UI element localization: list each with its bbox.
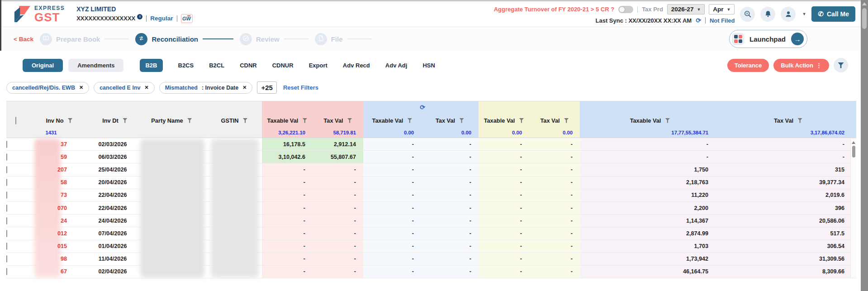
- refresh-icon[interactable]: ⟳: [420, 104, 425, 111]
- month-select[interactable]: Apr▼: [709, 4, 735, 14]
- tab-hsn[interactable]: HSN: [422, 62, 435, 69]
- tab-b2b[interactable]: B2B: [140, 59, 162, 72]
- filter-chip[interactable]: Mismatched : Invoice Date✕: [159, 82, 253, 94]
- column-label: Taxable Val: [630, 117, 661, 124]
- gstin-search-button[interactable]: [740, 7, 755, 22]
- column-filter-icon[interactable]: [68, 118, 73, 123]
- step-label: Review: [256, 35, 280, 43]
- summary-total-books: 3,26,221.10: [262, 128, 313, 138]
- divider: [705, 17, 706, 24]
- tab-cdnur[interactable]: CDNUR: [272, 62, 294, 69]
- table-row: 5906/03/20263,10,042.655,807.67------: [6, 151, 856, 163]
- user-menu-button[interactable]: [781, 7, 796, 22]
- tab-cdnr[interactable]: CDNR: [240, 62, 257, 69]
- column-filter-icon[interactable]: [302, 118, 307, 123]
- turnover-toggle[interactable]: [618, 6, 633, 13]
- prepare-book-icon: [42, 34, 50, 44]
- column-filter-icon[interactable]: [187, 118, 192, 123]
- column-filter-icon[interactable]: [243, 118, 248, 123]
- table-row: 07022/04/2026------2,200396: [6, 201, 856, 214]
- call-me-button[interactable]: ✆ Call Me: [811, 6, 855, 22]
- financial-year-select[interactable]: 2026-27▼: [667, 4, 705, 14]
- step-reconciliation[interactable]: Reconciliation: [135, 33, 240, 45]
- cell-gst-portal: 1,703: [580, 240, 720, 253]
- more-filters-count[interactable]: +25: [257, 81, 276, 94]
- row-checkbox[interactable]: [6, 141, 7, 148]
- filter-chip[interactable]: cancelled/Rej/Dis. EWB✕: [6, 82, 89, 94]
- column-filter-icon[interactable]: [564, 118, 569, 123]
- row-checkbox[interactable]: [6, 166, 7, 173]
- tab-b2cl[interactable]: B2CL: [209, 62, 224, 69]
- step-prepare-book[interactable]: Prepare Book: [40, 33, 136, 45]
- cell-einvoice: -: [529, 176, 580, 189]
- row-checkbox[interactable]: [6, 153, 7, 161]
- table-group-header-row: ⟳: [6, 101, 856, 114]
- column-filter-icon[interactable]: [407, 118, 412, 123]
- cell-books: -: [262, 253, 313, 265]
- tolerance-button[interactable]: Tolerance: [727, 59, 769, 72]
- row-checkbox[interactable]: [6, 205, 7, 212]
- column-header-ewb-taxable-val: Taxable Val: [363, 114, 421, 128]
- cell-gst-portal: -: [580, 151, 720, 163]
- row-checkbox[interactable]: [6, 268, 7, 275]
- column-filter-icon[interactable]: [519, 118, 524, 123]
- back-link[interactable]: < Back: [14, 36, 33, 43]
- info-icon[interactable]: i: [137, 14, 142, 19]
- reset-filters-link[interactable]: Reset Filters: [283, 84, 318, 91]
- row-checkbox[interactable]: [6, 230, 7, 237]
- column-filter-icon[interactable]: [347, 118, 352, 123]
- column-filter-icon[interactable]: [797, 118, 802, 123]
- cell-inv-dt: 07/04/2026: [93, 227, 137, 240]
- row-checkbox[interactable]: [6, 191, 7, 199]
- scroll-up-arrow-icon[interactable]: [862, 2, 867, 5]
- page-scrollbar[interactable]: [861, 0, 868, 291]
- step-file[interactable]: File: [315, 33, 378, 45]
- notifications-button[interactable]: [760, 7, 775, 22]
- table-scrollbar-thumb[interactable]: [852, 146, 855, 157]
- close-icon[interactable]: ✕: [79, 85, 83, 91]
- cell-ewb: -: [363, 201, 421, 214]
- inv-no-suffix: 012: [39, 230, 67, 237]
- filter-chip[interactable]: cancelled E Inv✕: [94, 82, 155, 94]
- tab-original[interactable]: Original: [23, 59, 63, 72]
- column-filter-icon[interactable]: [665, 118, 670, 123]
- summary-spacer: [6, 128, 25, 138]
- table-scrollbar[interactable]: [850, 139, 856, 278]
- tab-adv-recd[interactable]: Adv Recd: [343, 62, 370, 69]
- refresh-icon[interactable]: ⟳: [696, 17, 701, 24]
- company-block: XYZ LIMITED XXXXXXXXXXXXXXX i Regular GW: [76, 5, 192, 23]
- tab-b2cs[interactable]: B2CS: [178, 62, 194, 69]
- table-row: 7322/04/2026------11,2202,019.6: [6, 189, 856, 201]
- tab-amendments[interactable]: Amendments: [68, 59, 123, 72]
- cell-books: -: [313, 163, 363, 176]
- tab-export[interactable]: Export: [309, 62, 327, 69]
- cell-gst-portal: 11,220: [580, 189, 720, 201]
- column-filter-icon[interactable]: [123, 118, 128, 123]
- aggregate-turnover-label: Aggregate Turnover of FY 2020-21 > 5 CR …: [494, 6, 614, 13]
- bulk-action-button[interactable]: Bulk Action⋮: [773, 59, 829, 72]
- column-filter-icon[interactable]: [459, 118, 464, 123]
- row-checkbox[interactable]: [6, 179, 7, 186]
- row-checkbox[interactable]: [6, 243, 7, 250]
- cell-inv-dt: 20/04/2026: [93, 176, 137, 189]
- close-icon[interactable]: ✕: [144, 85, 148, 91]
- cell-books: -: [262, 215, 313, 227]
- select-all-checkbox[interactable]: [15, 117, 16, 124]
- step-review[interactable]: Review: [240, 33, 315, 45]
- summary-spacer: [93, 128, 137, 138]
- column-label: Inv Dt: [102, 117, 119, 124]
- gstn-gw-logo: GW: [181, 14, 193, 23]
- filter-button[interactable]: [834, 58, 848, 72]
- row-checkbox[interactable]: [6, 255, 7, 262]
- chevron-down-icon: ▼: [697, 7, 701, 12]
- page-scrollbar-thumb[interactable]: [862, 8, 867, 29]
- tab-adv-adj[interactable]: Adv Adj: [385, 62, 408, 69]
- launchpad-button[interactable]: Launchpad →: [729, 30, 807, 48]
- express-gst-logo[interactable]: EXPRESS GST: [14, 5, 65, 23]
- column-header-ewb-tax-val: Tax Val: [421, 114, 479, 128]
- close-icon[interactable]: ✕: [242, 85, 247, 91]
- chevron-down-icon[interactable]: ▼: [802, 12, 806, 16]
- scroll-up-arrow-icon[interactable]: [852, 141, 855, 144]
- row-checkbox[interactable]: [6, 217, 7, 224]
- cell-gst-portal: 8,309.66: [720, 265, 856, 278]
